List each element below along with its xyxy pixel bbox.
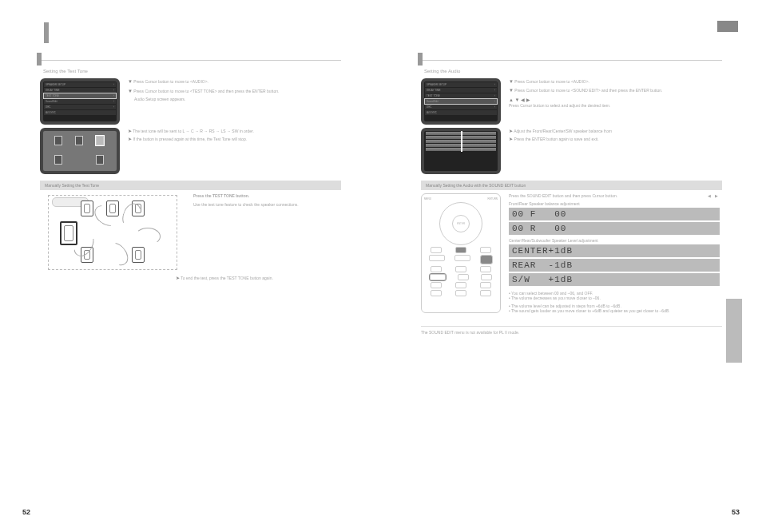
down-arrow-icon: ▼: [128, 78, 133, 85]
step-result-1: ➤ Adjust the Front/Rear/Center/SW speake…: [509, 128, 612, 134]
section-divider: [40, 60, 341, 62]
footnote-divider: [421, 326, 722, 327]
arrow-arc: [102, 239, 132, 270]
edge-tab: [717, 21, 738, 32]
side-tab: [726, 299, 742, 363]
menu-row: DELAY TIME›: [44, 88, 116, 93]
remote-dpad: [439, 202, 482, 245]
menu-row: TEST TONE›: [425, 93, 497, 98]
remote-button: [454, 255, 470, 261]
subsection-bar: Manually Setting the Test Tone: [40, 181, 341, 190]
level-block-title-1: Front/Rear Speaker balance adjustment: [509, 201, 720, 206]
page-number-left: 52: [22, 508, 30, 516]
step-result-1: ➤ The test tone will be sent to L → C → …: [128, 128, 254, 134]
subsection-bar: Manually Setting the Audio with the SOUN…: [421, 181, 722, 190]
menu-row: SPEAKER SETUP›: [44, 82, 116, 87]
arrow-arc: [135, 228, 161, 245]
remote-button: [481, 274, 492, 280]
step-2: ▼ Press Cursor button to move to <TEST T…: [128, 88, 279, 94]
remote-button: [458, 274, 469, 280]
lcd-display: 00 F 00: [509, 208, 720, 220]
osd-screenshot-audio-menu: SPEAKER SETUP› DELAY TIME› TEST TONE› So…: [421, 78, 501, 125]
step-result-2: ➤ If the button is pressed again at this…: [128, 136, 254, 142]
menu-row: AV-SYNC: [425, 110, 497, 115]
level-block-title-2: Center/Rear/Subwoofer Speaker Level adju…: [509, 238, 720, 243]
left-right-arrows-icon: ◀ ▶: [708, 193, 720, 198]
play-arrow-icon: ➤: [128, 136, 132, 142]
menu-row-selected: Sound Edit›: [425, 99, 497, 104]
step-1: ▼ Press Cursor button to move to <AUDIO>…: [128, 78, 279, 85]
lcd-display: S/W +1dB: [509, 273, 720, 286]
step-1: ▼ Press Cursor button to move to <AUDIO>…: [509, 78, 662, 85]
bullet-text: • The volume decreases as you move close…: [509, 296, 720, 300]
remote-button: [480, 247, 491, 253]
remote-button: [429, 255, 445, 261]
lcd-display: 00 R 00: [509, 222, 720, 235]
down-arrow-icon: ▼: [128, 88, 133, 94]
menu-row: AV-SYNC: [44, 110, 116, 115]
remote-soundedit-button: [430, 274, 446, 280]
play-arrow-icon: ➤: [176, 275, 180, 280]
remote-button: [431, 247, 442, 253]
remote-button: [455, 266, 466, 272]
remote-button: [455, 282, 466, 288]
play-arrow-icon: ➤: [128, 128, 132, 134]
front-left-speaker-icon: [81, 200, 93, 216]
play-arrow-icon: ➤: [509, 136, 513, 142]
remote-button: [480, 282, 491, 288]
bullet-text: • The sound gets louder as you move clos…: [509, 308, 720, 313]
step-3: ▲ ▼ ◀ ▶Press Cursor button to select and…: [509, 97, 662, 109]
page-number-right: 53: [732, 508, 740, 516]
menu-row: DELAY TIME›: [425, 88, 497, 93]
remote-return-label: RETURN: [488, 197, 498, 200]
remote-button: [455, 290, 466, 296]
remote-button: [480, 266, 491, 272]
remote-menu-label: MENU: [424, 197, 431, 200]
slider-row: [426, 148, 496, 151]
step-2-sub: Audio Setup screen appears.: [134, 97, 279, 102]
osd-screenshot-audio-menu: SPEAKER SETUP› DELAY TIME› TEST TONE› So…: [40, 78, 120, 125]
down-arrow-icon: ▼: [509, 87, 514, 93]
diagram-footnote: ➤ To end the test, press the TEST TONE b…: [176, 275, 341, 280]
osd-screenshot-soundedit: [421, 128, 501, 174]
step-2: ▼ Press Cursor button to move to <SOUND …: [509, 87, 662, 93]
down-arrow-icon: ▼: [509, 78, 514, 85]
footnote-text: The SOUND EDIT menu is not available for…: [421, 330, 722, 335]
menu-row-selected: TEST TONE›: [44, 93, 116, 98]
play-arrow-icon: ➤: [509, 128, 513, 134]
tip-body: Use the test tone feature to check the s…: [193, 202, 299, 208]
osd-screenshot-testtone: [40, 128, 120, 174]
remote-button: [480, 290, 491, 296]
tip-title: Press the TEST TONE button.: [193, 193, 299, 199]
remote-control-diagram: MENURETURN: [421, 193, 501, 313]
lcd-display: REAR -1dB: [509, 259, 720, 272]
speaker-layout-diagram: [48, 195, 177, 270]
remote-button: [431, 282, 442, 288]
menu-row: SPEAKER SETUP›: [425, 82, 497, 87]
remote-button: [431, 266, 442, 272]
menu-row: DRC›: [44, 105, 116, 109]
menu-row: Sound Edit›: [44, 99, 116, 104]
levels-intro: ◀ ▶ Press the SOUND EDIT button and then…: [509, 193, 720, 198]
dpad-arrows-icon: ▲ ▼ ◀ ▶: [509, 97, 530, 103]
chapter-marker: [44, 22, 49, 43]
step-result-2: ➤ Press the ENTER button again to save a…: [509, 136, 612, 142]
section-title: Setting the Audio: [424, 69, 722, 73]
remote-button: [455, 247, 466, 253]
remote-button: [431, 290, 442, 296]
rear-right-speaker-icon: [132, 247, 145, 263]
lcd-display: CENTER+1dB: [509, 244, 720, 257]
menu-row: DRC›: [425, 105, 497, 109]
section-divider: [421, 60, 722, 62]
section-title: Setting the Test Tone: [43, 69, 341, 73]
remote-button: [480, 255, 493, 264]
